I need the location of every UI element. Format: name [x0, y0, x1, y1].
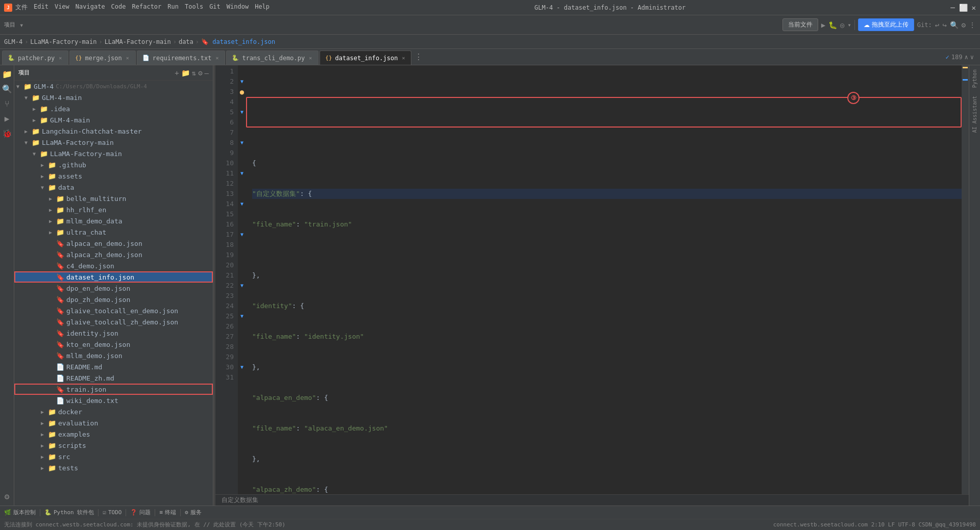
- tree-docker[interactable]: ▶ 📁 docker: [14, 406, 213, 417]
- menu-code[interactable]: Code: [111, 3, 126, 12]
- menu-edit[interactable]: Edit: [34, 3, 48, 12]
- menu-navigate[interactable]: Navigate: [76, 3, 105, 12]
- tab-more[interactable]: ⋮: [414, 52, 423, 62]
- breadcrumb-glm4[interactable]: GLM-4: [4, 38, 22, 45]
- sidebar-settings[interactable]: ⚙: [198, 69, 202, 77]
- debug-icon[interactable]: 🐛: [828, 21, 837, 29]
- menu-tools[interactable]: Tools: [185, 3, 203, 12]
- sidebar-expand-all[interactable]: ⇅: [192, 69, 196, 77]
- tree-idea[interactable]: ▶ 📁 .idea: [14, 103, 213, 114]
- upload-btn[interactable]: ☁ 拖拽至此上传: [858, 18, 914, 31]
- tree-mllm[interactable]: 🔖 mllm_demo.json: [14, 350, 213, 361]
- breadcrumb-llama2[interactable]: LLaMA-Factory-main: [105, 38, 171, 45]
- tree-tests[interactable]: ▶ 📁 tests: [14, 462, 213, 473]
- tree-langchain[interactable]: ▶ 📁 Langchain-Chatchat-master: [14, 125, 213, 137]
- sidebar-new-folder[interactable]: 📁: [181, 69, 190, 77]
- undo-icon[interactable]: ↩: [935, 21, 939, 29]
- tree-wiki[interactable]: 📄 wiki_demo.txt: [14, 395, 213, 406]
- tree-glm4[interactable]: ▼ 📁 GLM-4 C:/Users/DB/Downloads/GLM-4: [14, 81, 213, 92]
- tab-dataset-info-close[interactable]: ✕: [401, 55, 406, 61]
- python-panel[interactable]: Python: [972, 69, 977, 88]
- breadcrumb-data[interactable]: data: [179, 38, 193, 45]
- minimize-button[interactable]: ─: [950, 4, 954, 12]
- menu-refactor[interactable]: Refactor: [132, 3, 162, 12]
- tree-glm4main-sub[interactable]: ▶ 📁 GLM-4-main: [14, 114, 213, 125]
- tab-merge[interactable]: {} merge.json ✕: [69, 51, 136, 65]
- file-tree-icon[interactable]: 📁: [2, 69, 12, 79]
- menu-view[interactable]: View: [55, 3, 69, 12]
- problems-btn[interactable]: ❓ 问题: [130, 509, 151, 516]
- menu-run[interactable]: Run: [167, 3, 179, 12]
- fold-8[interactable]: ▼: [238, 138, 246, 148]
- tree-dataset-info[interactable]: 🔖 dataset_info.json ②: [14, 271, 213, 283]
- tree-mllm-data[interactable]: ▶ 📁 mllm_demo_data: [14, 215, 213, 226]
- tab-requirements-close[interactable]: ✕: [214, 55, 219, 61]
- tree-data[interactable]: ▼ 📁 data: [14, 182, 213, 193]
- ai-assistant-panel[interactable]: AI Assistant: [972, 96, 977, 133]
- breadcrumb-llama1[interactable]: LLaMA-Factory-main: [30, 38, 96, 45]
- git-left-icon[interactable]: ⑂: [5, 99, 10, 109]
- close-button[interactable]: ✕: [972, 4, 976, 12]
- fold-17[interactable]: ▼: [238, 230, 246, 240]
- version-control-btn[interactable]: 🌿 版本控制: [4, 509, 36, 516]
- tree-train[interactable]: 🔖 train.json ①: [14, 384, 213, 395]
- tree-alpaca-en[interactable]: 🔖 alpaca_en_demo.json: [14, 238, 213, 249]
- tab-merge-close[interactable]: ✕: [125, 55, 130, 61]
- more2-icon[interactable]: ⋮: [969, 21, 976, 29]
- tree-glm4main[interactable]: ▼ 📁 GLM-4-main: [14, 92, 213, 103]
- menu-git[interactable]: Git: [209, 3, 220, 12]
- tree-src[interactable]: ▶ 📁 src: [14, 451, 213, 462]
- tree-glaive-zh[interactable]: 🔖 glaive_toolcall_zh_demo.json: [14, 316, 213, 327]
- tree-evaluation[interactable]: ▶ 📁 evaluation: [14, 417, 213, 428]
- menu-file[interactable]: 文件: [15, 3, 28, 12]
- tree-scripts[interactable]: ▶ 📁 scripts: [14, 440, 213, 451]
- fold-11[interactable]: ▼: [238, 168, 246, 179]
- redo-icon[interactable]: ↪: [942, 21, 946, 29]
- tree-ultra[interactable]: ▶ 📁 ultra_chat: [14, 226, 213, 238]
- current-file-btn[interactable]: 当前文件: [782, 18, 818, 31]
- sidebar-collapse[interactable]: —: [205, 69, 209, 77]
- tree-glaive-en[interactable]: 🔖 glaive_toolcall_en_demo.json: [14, 305, 213, 316]
- breadcrumb-file[interactable]: 🔖 dataset_info.json: [201, 38, 275, 45]
- menu-help[interactable]: Help: [255, 3, 270, 12]
- run-icon[interactable]: ▶: [821, 21, 825, 29]
- maximize-button[interactable]: ⬜: [959, 4, 968, 12]
- coverage-icon[interactable]: ◎: [840, 21, 844, 29]
- tab-dataset-info[interactable]: {} dataset_info.json ✕: [320, 51, 411, 65]
- project-dropdown[interactable]: ▾: [19, 21, 23, 29]
- tree-hh[interactable]: ▶ 📁 hh_rlhf_en: [14, 204, 213, 215]
- tree-alpaca-zh[interactable]: 🔖 alpaca_zh_demo.json: [14, 249, 213, 260]
- tree-c4[interactable]: 🔖 c4_demo.json: [14, 260, 213, 271]
- services-btn[interactable]: ⚙ 服务: [185, 509, 202, 516]
- tree-llama[interactable]: ▼ 📁 LLaMA-Factory-main: [14, 137, 213, 148]
- terminal-btn[interactable]: ≡ 终端: [159, 509, 176, 516]
- tree-readme[interactable]: 📄 README.md: [14, 361, 213, 372]
- tree-github[interactable]: ▶ 📁 .github: [14, 159, 213, 170]
- python-packages-btn[interactable]: 🐍 Python 软件包: [44, 509, 94, 516]
- fold-14[interactable]: ▼: [238, 199, 246, 209]
- tree-identity[interactable]: 🔖 identity.json: [14, 327, 213, 339]
- tab-trans-cli[interactable]: 🐍 trans_cli_demo.py ✕: [226, 51, 318, 65]
- fold-5[interactable]: ▼: [238, 107, 246, 117]
- fold-25[interactable]: ▼: [238, 311, 246, 321]
- settings-icon[interactable]: ⚙: [962, 21, 966, 29]
- tree-llama-sub[interactable]: ▼ 📁 LLaMA-Factory-main: [14, 148, 213, 159]
- fold-22[interactable]: ▼: [238, 281, 246, 291]
- tree-examples[interactable]: ▶ 📁 examples: [14, 428, 213, 440]
- tab-requirements[interactable]: 📄 requirements.txt ✕: [137, 51, 226, 65]
- fold-2[interactable]: ▼: [238, 77, 246, 87]
- more-icon[interactable]: ▾: [848, 21, 851, 29]
- arrow-down-icon[interactable]: ∨: [970, 54, 974, 61]
- debug-left-icon[interactable]: 🐞: [2, 129, 12, 138]
- tree-dpo-zh[interactable]: 🔖 dpo_zh_demo.json: [14, 294, 213, 305]
- tree-readme-zh[interactable]: 📄 README_zh.md: [14, 372, 213, 384]
- bottom-left-icon[interactable]: ⚙: [5, 492, 10, 501]
- sidebar-new-file[interactable]: +: [175, 69, 179, 77]
- tab-patcher[interactable]: 🐍 patcher.py ✕: [2, 51, 68, 65]
- tab-patcher-close[interactable]: ✕: [58, 55, 63, 61]
- tree-assets[interactable]: ▶ 📁 assets: [14, 170, 213, 182]
- search-icon[interactable]: 🔍: [950, 21, 959, 29]
- tree-belle[interactable]: ▶ 📁 belle_multiturn: [14, 193, 213, 204]
- tree-kto[interactable]: 🔖 kto_en_demo.json: [14, 339, 213, 350]
- todo-btn[interactable]: ☑ TODO: [103, 509, 121, 516]
